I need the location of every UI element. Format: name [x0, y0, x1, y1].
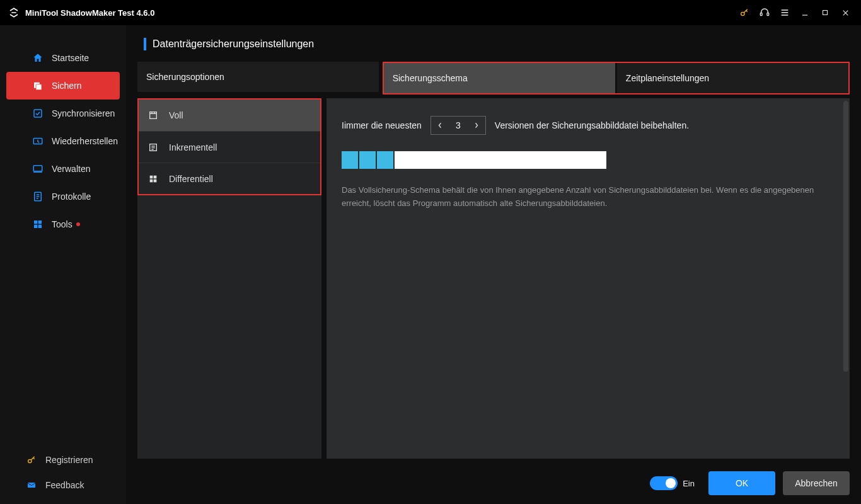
- svg-rect-2: [767, 13, 769, 16]
- notification-dot-icon: [76, 222, 80, 226]
- sidebar: Startseite Sichern Synchronisieren Wiede…: [0, 25, 126, 504]
- dialog-footer: Ein OK Abbrechen: [137, 459, 850, 495]
- svg-rect-12: [34, 225, 37, 228]
- sidebar-item-logs[interactable]: Protokolle: [6, 183, 120, 210]
- app-logo-icon: [8, 6, 20, 19]
- tab-label: Sicherungsschema: [393, 73, 468, 83]
- close-button[interactable]: [837, 4, 853, 21]
- toggle-knob: [666, 478, 676, 488]
- backup-icon: [32, 79, 44, 92]
- enable-toggle[interactable]: [650, 476, 678, 490]
- support-icon[interactable]: [756, 4, 773, 21]
- segment-filled: [359, 151, 377, 169]
- segment-filled: [377, 151, 395, 169]
- sidebar-item-label: Sichern: [52, 81, 81, 91]
- window-title: MiniTool ShadowMaker Test 4.6.0: [25, 8, 154, 18]
- maximize-button[interactable]: [817, 4, 833, 21]
- sidebar-item-label: Wiederherstellen: [52, 136, 118, 146]
- sidebar-item-tools[interactable]: Tools: [6, 210, 120, 238]
- tab-row: Sicherungsoptionen Sicherungsschema Zeit…: [137, 62, 850, 94]
- svg-rect-10: [34, 220, 37, 224]
- manage-icon: [32, 163, 44, 175]
- sidebar-item-label: Startseite: [52, 53, 89, 63]
- sidebar-register-label: Registrieren: [45, 455, 93, 465]
- scheme-differential[interactable]: Differentiell: [139, 163, 320, 194]
- incremental-backup-icon: [147, 142, 159, 153]
- scheme-detail-panel: Iimmer die neuesten 3 Versionen der Sich…: [326, 98, 850, 459]
- sidebar-item-label: Synchronisieren: [52, 108, 115, 118]
- enable-toggle-wrap: Ein: [650, 476, 695, 490]
- svg-rect-6: [34, 110, 42, 117]
- scrollbar[interactable]: [843, 101, 848, 372]
- tab-schedule-settings[interactable]: Zeitplaneinstellungen: [615, 63, 848, 93]
- main-panel: Datenträgersicherungseinstellungen Siche…: [126, 25, 861, 504]
- sidebar-feedback-label: Feedback: [45, 480, 84, 490]
- minimize-button[interactable]: [797, 4, 813, 21]
- differential-backup-icon: [147, 173, 159, 185]
- keep-versions-row: Iimmer die neuesten 3 Versionen der Sich…: [342, 116, 837, 135]
- svg-rect-3: [823, 11, 828, 15]
- svg-rect-19: [154, 175, 157, 178]
- restore-icon: [32, 135, 44, 147]
- page-title: Datenträgersicherungseinstellungen: [153, 38, 314, 50]
- sidebar-item-label: Tools: [52, 219, 72, 229]
- home-icon: [32, 52, 44, 64]
- sync-icon: [32, 107, 44, 120]
- tab-backup-options[interactable]: Sicherungsoptionen: [137, 62, 379, 92]
- sidebar-item-sync[interactable]: Synchronisieren: [6, 100, 120, 127]
- titlebar: MiniTool ShadowMaker Test 4.6.0: [0, 0, 861, 25]
- scheme-label: Inkrementell: [169, 142, 217, 152]
- version-segments-bar: [342, 151, 606, 169]
- scheme-list: Voll Inkrementell Differentiell: [137, 98, 321, 195]
- svg-rect-21: [154, 179, 157, 182]
- mail-icon: [25, 479, 38, 491]
- license-key-icon[interactable]: [736, 4, 753, 21]
- sidebar-feedback[interactable]: Feedback: [0, 472, 126, 498]
- page-header: Datenträgersicherungseinstellungen: [137, 38, 850, 50]
- sidebar-item-label: Verwalten: [52, 164, 90, 174]
- svg-rect-5: [36, 84, 42, 90]
- sidebar-item-label: Protokolle: [52, 192, 91, 202]
- svg-rect-13: [38, 225, 42, 228]
- scheme-description: Das Vollsicherung-Schema behält die von …: [342, 184, 833, 210]
- svg-rect-8: [33, 166, 42, 171]
- sidebar-item-restore[interactable]: Wiederherstellen: [6, 127, 120, 155]
- svg-rect-20: [150, 179, 153, 182]
- tab-label: Zeitplaneinstellungen: [626, 73, 709, 83]
- scheme-label: Differentiell: [169, 174, 213, 184]
- stepper-value: 3: [449, 120, 468, 130]
- svg-point-14: [28, 459, 32, 462]
- ok-button[interactable]: OK: [708, 471, 775, 495]
- full-backup-icon: [147, 110, 159, 121]
- version-stepper: 3: [430, 116, 486, 135]
- sidebar-register[interactable]: Registrieren: [0, 447, 126, 472]
- scheme-column: Voll Inkrementell Differentiell: [137, 98, 321, 459]
- sidebar-item-manage[interactable]: Verwalten: [6, 155, 120, 183]
- toggle-label: Ein: [683, 479, 695, 488]
- keep-suffix-text: Versionen der Sicherungsabbilddatei beib…: [495, 120, 689, 130]
- tab-label: Sicherungsoptionen: [146, 72, 224, 82]
- scheme-column-fill: [137, 195, 321, 459]
- logs-icon: [32, 190, 44, 203]
- header-accent-bar: [144, 38, 146, 50]
- svg-rect-16: [150, 113, 157, 118]
- svg-rect-18: [150, 175, 153, 178]
- tab-group-highlight: Sicherungsschema Zeitplaneinstellungen: [383, 62, 850, 94]
- menu-icon[interactable]: [777, 4, 793, 21]
- svg-rect-11: [38, 220, 42, 224]
- stepper-decrease[interactable]: [431, 117, 449, 134]
- scheme-label: Voll: [169, 110, 183, 120]
- cancel-button[interactable]: Abbrechen: [783, 471, 850, 495]
- svg-rect-15: [28, 483, 35, 488]
- segment-filled: [342, 151, 359, 169]
- sidebar-item-backup[interactable]: Sichern: [6, 72, 120, 100]
- stepper-increase[interactable]: [468, 117, 485, 134]
- tools-icon: [32, 218, 44, 231]
- scheme-full[interactable]: Voll: [139, 100, 320, 131]
- tab-backup-scheme[interactable]: Sicherungsschema: [384, 63, 615, 93]
- sidebar-item-home[interactable]: Startseite: [6, 44, 120, 72]
- scheme-incremental[interactable]: Inkrementell: [139, 131, 320, 163]
- keep-prefix-text: Iimmer die neuesten: [342, 120, 422, 130]
- key-icon: [25, 454, 38, 466]
- svg-rect-1: [760, 13, 762, 16]
